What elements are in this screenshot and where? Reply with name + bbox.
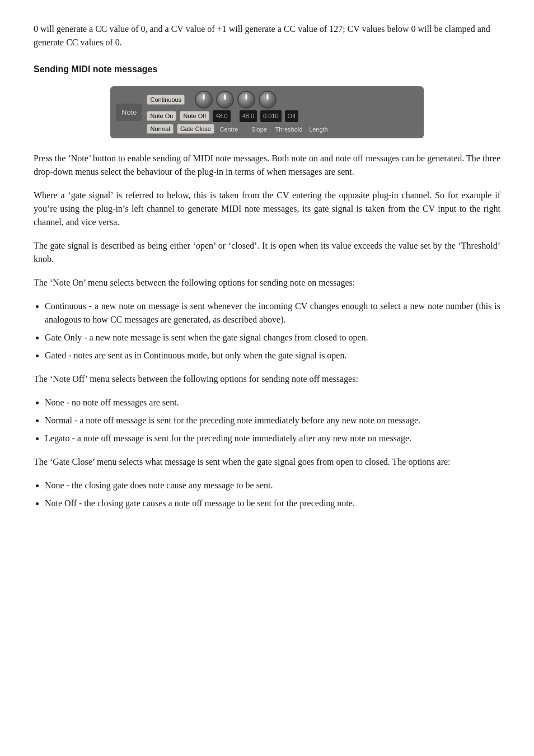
knob-centre-group	[195, 91, 213, 109]
list-item: Gate Only - a new note message is sent w…	[45, 331, 500, 344]
knob-length[interactable]	[259, 91, 277, 109]
paragraph-2: Where a ‘gate signal’ is referred to bel…	[34, 189, 500, 229]
note-button[interactable]: Note	[116, 104, 142, 122]
knob-slope-value: 48.0	[240, 110, 257, 122]
list-item: None - no note off messages are sent.	[45, 396, 500, 409]
list-item: None - the closing gate does note cause …	[45, 479, 500, 492]
dropdown-normal[interactable]: Normal	[147, 124, 173, 134]
knob-threshold-value: 0.010	[260, 110, 282, 122]
ui-widget-area: Note Continuous	[34, 86, 500, 138]
knob-length-group	[259, 91, 277, 109]
dropdown-gate-close[interactable]: Gate Close	[177, 124, 214, 134]
midi-note-panel: Note Continuous	[110, 86, 424, 138]
knob-length-value: Off	[285, 110, 298, 122]
label-centre: Centre	[218, 125, 240, 134]
knob-slope[interactable]	[216, 91, 234, 109]
knob-threshold[interactable]	[237, 91, 255, 109]
knob-centre-value: 48.0	[213, 110, 230, 122]
paragraph-3: The gate signal is described as being ei…	[34, 239, 500, 266]
dropdown-continuous[interactable]: Continuous	[147, 95, 185, 105]
list-item: Continuous - a new note on message is se…	[45, 300, 500, 326]
list-item: Normal - a note off message is sent for …	[45, 414, 500, 427]
dropdown-note-on[interactable]: Note On	[147, 111, 176, 121]
note-on-intro: The ‘Note On’ menu selects between the f…	[34, 276, 500, 290]
intro-paragraph: 0 will generate a CC value of 0, and a C…	[34, 22, 500, 49]
gate-close-list: None - the closing gate does note cause …	[45, 479, 500, 510]
note-off-intro: The ‘Note Off’ menu selects between the …	[34, 372, 500, 386]
label-threshold: Threshold	[273, 125, 305, 134]
list-item: Gated - notes are sent as in Continuous …	[45, 349, 500, 362]
knob-slope-group	[216, 91, 234, 109]
note-off-list: None - no note off messages are sent.Nor…	[45, 396, 500, 445]
list-item: Note Off - the closing gate causes a not…	[45, 497, 500, 510]
dropdown-note-off-1[interactable]: Note Off	[180, 111, 209, 121]
section-heading: Sending MIDI note messages	[34, 63, 500, 76]
knob-centre[interactable]	[195, 91, 213, 109]
knob-threshold-group	[237, 91, 255, 109]
paragraph-1: Press the ‘Note’ button to enable sendin…	[34, 152, 500, 179]
note-on-list: Continuous - a new note on message is se…	[45, 300, 500, 362]
label-slope: Slope	[249, 125, 269, 134]
gate-close-intro: The ‘Gate Close’ menu selects what messa…	[34, 455, 500, 469]
label-length: Length	[308, 125, 329, 134]
list-item: Legato - a note off message is sent for …	[45, 432, 500, 445]
